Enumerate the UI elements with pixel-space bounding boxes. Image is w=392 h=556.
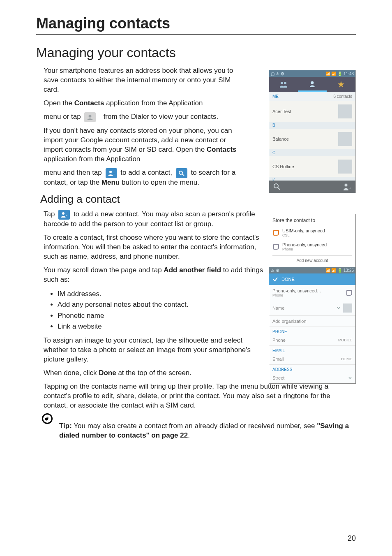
bottom-bar: + [269,181,355,193]
text: Tap [44,211,55,218]
add-field-label: Add another field [164,266,221,274]
svg-marker-12 [338,81,344,88]
svg-point-7 [45,418,48,421]
field-label: Street [272,375,284,380]
add-contact-icon: + [106,168,117,178]
text: If you don't have any contacts stored on… [44,127,232,153]
sim-icon [273,230,279,236]
svg-point-9 [281,82,283,84]
contacts-app-name: Contacts [207,146,237,153]
checkmark-icon [272,276,278,282]
list-item[interactable]: Balance [269,129,355,149]
add-para-3: You may scroll down the page and tap Add… [44,266,267,285]
text: You may scroll down the page and tap [44,266,164,274]
svg-rect-8 [48,417,48,419]
svg-line-14 [278,188,280,190]
source-sub: Phone [272,293,321,297]
dialog-option-usim[interactable]: USIM-only, unsynced CSL [272,226,352,240]
svg-point-10 [284,82,286,84]
list-item[interactable]: Acer Test [269,101,355,122]
section-heading: Managing your contacts [36,45,356,60]
text: menu or tap [44,113,81,120]
dialog-option-phone[interactable]: Phone-only, unsynced Phone [272,240,352,254]
avatar-placeholder[interactable] [343,303,352,313]
text: button to open the menu. [120,178,199,186]
field-type[interactable]: MOBILE [338,338,352,342]
add-para-6: Tapping on the contacts name will bring … [44,382,356,410]
add-new-account[interactable]: Add new account [272,255,352,264]
svg-point-11 [311,81,314,84]
option-sub: Phone [282,247,327,251]
contacts-app-name: Contacts [74,99,104,107]
tab-groups[interactable] [269,77,298,92]
add-para-1: Tap + to add a new contact. You may also… [44,210,267,229]
text: You may also create a contact from an al… [72,422,317,430]
add-contact-icon[interactable]: + [343,183,351,190]
tab-favorites[interactable] [327,77,355,92]
search-icon [176,168,187,178]
email-field[interactable]: Email HOME [269,354,355,365]
section-label: EMAIL [269,346,355,354]
tab-bar[interactable] [269,77,355,92]
status-bar: ⚠ ⚙ 📶 📶 🔋 13:25 [269,267,355,273]
status-left: ⚠ ⚙ [271,268,279,273]
field-label: Name [272,306,284,310]
chevron-down-icon[interactable] [348,376,352,380]
tip-text: Tip: You may also create a contact from … [59,422,356,440]
name-field[interactable]: Name [269,301,355,316]
status-left: ▢ ⚠ ⚙ [271,72,284,76]
option-sub: CSL [282,233,325,237]
svg-text:+: + [66,214,67,218]
organization-field[interactable]: Add organization [269,316,355,327]
contacts-count: 6 contacts [333,94,352,99]
street-field[interactable]: Street [269,373,355,383]
contact-name: Acer Test [272,109,291,114]
text: at the top of the screen. [116,369,191,377]
text: application from the Application [44,155,140,163]
section-label: PHONE [269,327,355,335]
search-icon[interactable] [273,183,281,190]
store-contact-dialog: Store the contact to USIM-only, unsynced… [269,214,355,267]
list-item[interactable]: CS Hotline [269,156,355,177]
option-label: USIM-only, unsynced [282,228,325,233]
add-contact-icon: + [58,210,70,220]
intro-para-3: menu or tap from the Dialer to view your… [44,112,247,122]
phone-field[interactable]: Phone MOBILE [269,335,355,346]
contacts-list-screenshot: ▢ ⚠ ⚙ 📶 📶 🔋 11:43 ME 6 contacts Acer Tes… [269,70,356,193]
status-right: 📶 📶 🔋 11:43 [325,72,354,76]
contacts-meta: ME 6 contacts [269,92,355,101]
field-label: Email [272,357,284,361]
tip-icon [42,413,53,424]
svg-line-4 [182,174,184,176]
done-label: DONE [281,277,295,282]
field-label: Add organization [272,319,307,324]
page-number: 20 [348,534,356,543]
intro-para-1: Your smartphone features an address book… [44,66,247,95]
svg-point-5 [62,212,65,215]
svg-point-1 [109,171,112,173]
intro-para-5: menu and then tap + to add a contact, to… [44,168,247,188]
source-row[interactable]: Phone-only, unsynced… Phone [269,285,355,301]
svg-point-0 [89,115,92,118]
text: to add a new contact. You may also scan … [44,211,255,228]
svg-point-15 [345,184,348,187]
field-type[interactable]: HOME [341,357,352,361]
done-bar[interactable]: DONE [269,273,355,285]
phone-storage-icon [273,244,279,250]
add-para-4: To assign an image to your contact, tap … [44,336,267,364]
right-screenshot-stack: Store the contact to USIM-only, unsynced… [269,214,356,384]
done-label: Done [99,369,116,377]
text: application from the Application [104,99,203,107]
svg-text:+: + [113,172,115,176]
source-label: Phone-only, unsynced… [272,288,321,293]
phone-storage-icon [346,290,352,296]
avatar [338,104,352,118]
tab-all-contacts[interactable] [298,77,327,92]
field-label: Phone [272,338,286,343]
tip-box: Tip: You may also create a contact from … [59,418,356,444]
chevron-down-icon[interactable] [337,306,341,310]
me-label: ME [272,94,279,99]
text: When done, click [44,369,99,377]
tip-label: Tip: [59,422,72,430]
status-bar: ▢ ⚠ ⚙ 📶 📶 🔋 11:43 [269,70,355,77]
